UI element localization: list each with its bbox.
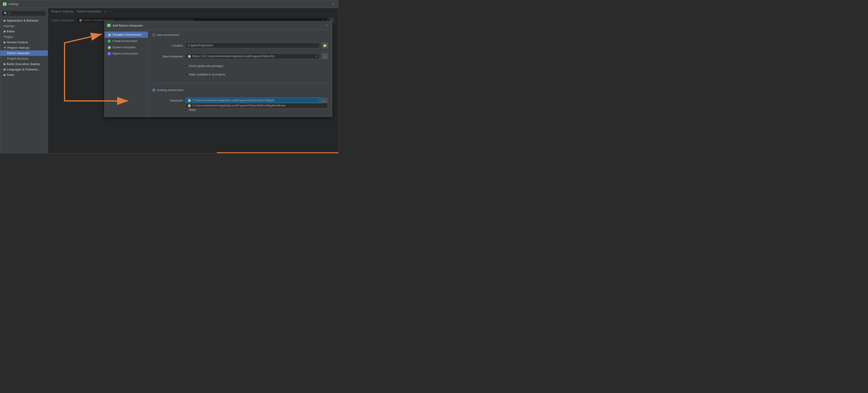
new-environment-option[interactable]: New environment	[152, 33, 328, 36]
base-python-icon	[188, 55, 191, 58]
sidebar-item-label: Editor	[7, 30, 15, 33]
sidebar-item-version-control[interactable]: ▶ Version Control	[0, 39, 48, 45]
sidebar-item-project-structure[interactable]: Project Structure	[0, 56, 48, 61]
dialog-body: Virtualenv Environment Conda Environment…	[104, 30, 332, 117]
chevron-right-icon: ▶	[4, 19, 6, 22]
dialog-sidebar-conda[interactable]: Conda Environment	[104, 38, 148, 44]
suggestion-path: C:\Users\Administrator\AppData\Local\Pro…	[192, 104, 285, 107]
sidebar-item-appearance[interactable]: ▶ Appearance & Behavior	[0, 18, 48, 23]
suggestion-python-icon	[188, 104, 191, 107]
inherit-checkbox-row: Inherit global site-packages	[184, 64, 328, 67]
sidebar-item-tools[interactable]: ▶ Tools	[0, 72, 48, 78]
add-interpreter-dialog: PC Add Python Interpreter × Virtualenv E…	[104, 21, 332, 117]
search-icon: 🔍	[4, 12, 7, 15]
window-title: Settings	[8, 2, 19, 6]
location-folder-button[interactable]: 📁	[322, 43, 328, 48]
window-close-button[interactable]: ×	[331, 2, 336, 7]
chevron-right-icon: ▶	[4, 73, 6, 77]
chevron-right-icon: ▶	[4, 30, 6, 33]
sidebar-item-label: Appearance & Behavior	[7, 19, 39, 22]
dialog-app-icon: PC	[107, 24, 111, 27]
system-icon	[107, 46, 111, 49]
sidebar-item-languages[interactable]: ▶ Languages & Framewo...	[0, 67, 48, 72]
existing-interpreter-dropdown[interactable]: C:\Users\Administrator\AppData\Local\Pro…	[186, 98, 321, 103]
sidebar-label: System Interpreter	[113, 46, 135, 49]
dialog-sidebar-pipenv[interactable]: Pipenv Environment	[104, 50, 148, 57]
settings-sidebar: 🔍 ▶ Appearance & Behavior Keymap ▶ Edito…	[0, 8, 48, 153]
existing-python-icon	[188, 99, 191, 102]
existing-interpreter-row: Interpreter: C:\Users\Administrator\AppD…	[158, 98, 328, 103]
location-label: Location:	[158, 44, 184, 47]
existing-interpreter-label: Interpreter:	[158, 99, 184, 102]
sidebar-label: Conda Environment	[113, 39, 137, 43]
dialog-content: New environment Location: E:\pythonProje…	[148, 30, 332, 117]
sidebar-item-python-interpreter[interactable]: Python Interpreter	[0, 50, 48, 56]
sidebar-item-label: Languages & Framewo...	[7, 68, 40, 71]
existing-environment-option[interactable]: Existing environment	[152, 88, 328, 92]
sidebar-item-build[interactable]: ▶ Build, Execution, Deploy	[0, 61, 48, 67]
sidebar-item-label: Tools	[7, 73, 14, 77]
title-bar: PC Settings ×	[0, 0, 338, 8]
make-available-existing-label: Make	[189, 108, 196, 111]
existing-interpreter-wrap: C:\Users\Administrator\AppData\Local\Pro…	[186, 98, 328, 103]
existing-interpreter-value: C:\Users\Administrator\AppData\Local\Pro…	[192, 99, 316, 102]
chevron-right-icon: ▶	[4, 40, 6, 44]
existing-env-radio[interactable]	[152, 89, 155, 92]
sidebar-label: Virtualenv Environment	[113, 33, 142, 36]
app-icon: PC	[3, 2, 7, 6]
sidebar-item-label: Project Structure	[7, 57, 28, 60]
make-available-new-label: Make available to all projects	[189, 73, 225, 76]
dialog-sidebar: Virtualenv Environment Conda Environment…	[104, 30, 148, 117]
new-env-radio[interactable]	[152, 33, 155, 36]
sidebar-item-label: Version Control	[7, 40, 28, 44]
sidebar-item-editor[interactable]: ▶ Editor	[0, 29, 48, 34]
sidebar-item-project[interactable]: ▼ Project: main.py	[0, 45, 48, 50]
existing-interpreter-ellipsis-button[interactable]: ...	[321, 98, 328, 103]
sidebar-item-label: Keymap	[4, 24, 14, 28]
annotation-orange-bar	[217, 152, 338, 153]
make-available-new-checkbox[interactable]	[184, 73, 187, 76]
search-input[interactable]	[8, 12, 44, 15]
inherit-checkbox[interactable]	[184, 64, 187, 67]
dialog-sidebar-virtualenv[interactable]: Virtualenv Environment	[104, 31, 148, 38]
main-panel: Project: main.py › Python Interpreter ▤ …	[48, 8, 338, 153]
base-interpreter-value: Python 3.9 C:\Users\Administrator\AppDat…	[192, 55, 314, 58]
existing-dropdown-arrow-icon: ▼	[317, 99, 320, 102]
sidebar-item-label: Project: main.py	[7, 46, 29, 49]
new-env-label: New environment	[157, 33, 179, 36]
dialog-close-button[interactable]: ×	[324, 23, 330, 28]
conda-icon	[107, 39, 111, 43]
make-available-new-checkbox-row: Make available to all projects	[184, 73, 328, 76]
sidebar-item-label: Plugins	[4, 35, 13, 38]
sidebar-item-keymap[interactable]: Keymap	[0, 23, 48, 29]
interpreter-dropdown-suggestion[interactable]: C:\Users\Administrator\AppData\Local\Pro…	[186, 103, 328, 108]
add-interpreter-overlay: PC Add Python Interpreter × Virtualenv E…	[48, 8, 338, 153]
base-interpreter-row: Base interpreter: Python 3.9 C:\Users\Ad…	[158, 53, 328, 59]
dialog-sidebar-system[interactable]: System Interpreter	[104, 44, 148, 50]
chevron-right-icon: ▶	[4, 68, 6, 71]
base-interpreter-label: Base interpreter:	[158, 55, 184, 58]
sidebar-item-label: Build, Execution, Deploy	[7, 62, 40, 65]
make-available-existing-checkbox[interactable]	[184, 108, 187, 111]
dialog-title: Add Python Interpreter	[113, 24, 143, 27]
existing-env-label: Existing environment	[157, 88, 183, 92]
divider	[152, 83, 328, 83]
dialog-title-bar: PC Add Python Interpreter ×	[104, 21, 332, 30]
content-area: 🔍 ▶ Appearance & Behavior Keymap ▶ Edito…	[0, 8, 338, 153]
sidebar-label: Pipenv Environment	[113, 52, 137, 55]
inherit-label: Inherit global site-packages	[189, 64, 223, 67]
location-value: E:\pythonProject\venv	[188, 44, 318, 47]
location-input[interactable]: E:\pythonProject\venv	[186, 43, 320, 48]
base-interpreter-dropdown[interactable]: Python 3.9 C:\Users\Administrator\AppDat…	[186, 54, 319, 59]
chevron-down-icon: ▼	[4, 46, 6, 49]
chevron-right-icon: ▶	[4, 62, 6, 65]
settings-window: PC Settings × 🔍 ▶ Appearance & Behavior …	[0, 0, 339, 153]
make-available-existing-row: Make	[184, 108, 328, 111]
sidebar-item-plugins[interactable]: Plugins	[0, 34, 48, 39]
virtualenv-icon	[107, 33, 111, 36]
pipenv-icon	[107, 52, 111, 55]
base-interpreter-ellipsis-button[interactable]: ...	[321, 53, 328, 59]
base-dropdown-arrow-icon: ▼	[315, 55, 317, 58]
location-row: Location: E:\pythonProject\venv 📁	[158, 43, 328, 48]
search-box[interactable]: 🔍	[2, 11, 46, 16]
